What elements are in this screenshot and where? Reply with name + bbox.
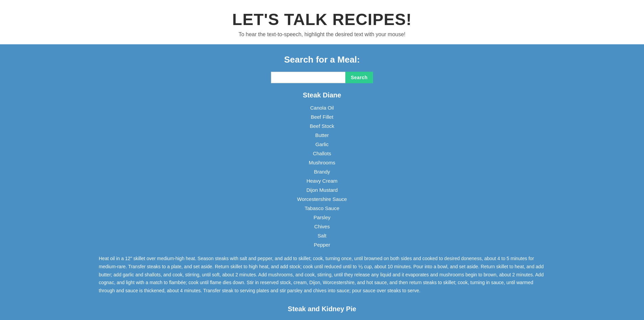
ingredient-item: Beef Stock	[7, 121, 637, 131]
ingredient-list: Canola OilBeef FilletBeef StockButterGar…	[7, 103, 637, 249]
ingredient-item: Tabasco Sauce	[7, 204, 637, 213]
ingredient-item: Dijon Mustard	[7, 185, 637, 195]
next-recipe-name: Steak and Kidney Pie	[7, 305, 637, 313]
ingredient-item: Heavy Cream	[7, 176, 637, 185]
next-recipe-section: Steak and Kidney Pie	[7, 305, 637, 313]
recipe-instructions: Heat oil in a 12" skillet over medium-hi…	[85, 255, 559, 295]
main-content: Search for a Meal: Search Steak Diane Ca…	[0, 44, 644, 320]
ingredient-item: Mushrooms	[7, 158, 637, 167]
recipe-name: Steak Diane	[7, 91, 637, 99]
ingredient-item: Pepper	[7, 240, 637, 249]
recipe-section: Steak Diane Canola OilBeef FilletBeef St…	[7, 91, 637, 295]
search-bar: Search	[7, 72, 637, 83]
page-header: LET'S TALK RECIPES! To hear the text-to-…	[0, 0, 644, 44]
ingredient-item: Salt	[7, 231, 637, 240]
ingredient-item: Garlic	[7, 140, 637, 149]
search-button[interactable]: Search	[345, 72, 373, 83]
ingredient-item: Brandy	[7, 167, 637, 176]
search-section-title: Search for a Meal:	[7, 54, 637, 65]
ingredient-item: Beef Fillet	[7, 112, 637, 121]
ingredient-item: Chives	[7, 222, 637, 231]
ingredient-item: Parsley	[7, 213, 637, 222]
page-title: LET'S TALK RECIPES!	[7, 10, 637, 29]
search-input[interactable]	[271, 72, 345, 83]
ingredient-item: Worcestershire Sauce	[7, 195, 637, 204]
page-subtitle: To hear the text-to-speech, highlight th…	[7, 31, 637, 38]
ingredient-item: Canola Oil	[7, 103, 637, 112]
ingredient-item: Butter	[7, 131, 637, 140]
ingredient-item: Challots	[7, 149, 637, 158]
